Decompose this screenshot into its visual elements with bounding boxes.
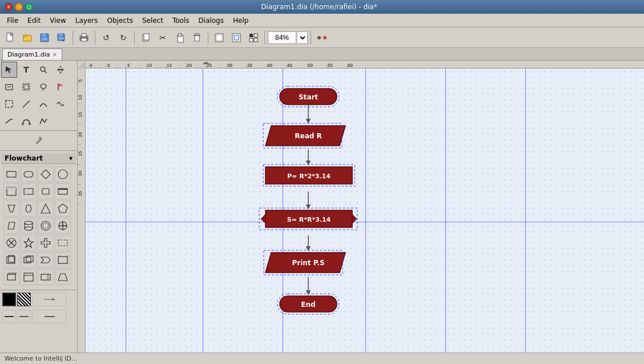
shape-pentagon[interactable] (55, 201, 71, 217)
shape-cylinder[interactable] (21, 218, 37, 234)
open-button[interactable] (19, 30, 35, 46)
shape-diamond[interactable] (38, 166, 54, 182)
shape-trapezoid-down[interactable] (3, 201, 19, 217)
svg-rect-53 (25, 189, 27, 194)
fit2-button[interactable] (228, 30, 244, 46)
menu-select[interactable]: Select (138, 15, 168, 26)
text-tool[interactable]: T (18, 62, 34, 78)
line-long[interactable] (32, 310, 66, 323)
move-tool[interactable] (53, 62, 69, 78)
select-region-tool[interactable] (1, 96, 17, 112)
svg-text:35: 35 (78, 191, 83, 196)
close-button[interactable]: × (5, 3, 13, 11)
svg-rect-51 (7, 187, 16, 190)
magnify-tool[interactable] (35, 62, 51, 78)
pointer-tool[interactable] (1, 62, 17, 78)
shape-chevron[interactable] (38, 252, 54, 268)
line-medium[interactable] (17, 310, 31, 323)
svg-marker-94 (53, 299, 55, 301)
shape-rect4[interactable] (38, 183, 54, 199)
tab-diagram1[interactable]: Diagram1.dia × (2, 49, 62, 60)
ruler-left: 5 10 15 20 25 30 35 (78, 69, 86, 353)
shape-rounded-rect[interactable] (21, 166, 37, 182)
shape-rect3[interactable] (21, 183, 37, 199)
line-pattern[interactable] (32, 293, 66, 306)
menu-view[interactable]: View (45, 15, 70, 26)
shape-plus[interactable] (38, 235, 54, 251)
crop-tool[interactable] (18, 79, 34, 95)
polyline-tool[interactable] (35, 113, 51, 129)
line-short[interactable] (2, 310, 16, 323)
shape-star[interactable] (21, 235, 37, 251)
menu-file[interactable]: File (2, 15, 23, 26)
svg-point-65 (25, 227, 33, 230)
copy-button[interactable] (138, 30, 154, 46)
print-button[interactable] (76, 30, 92, 46)
new-button[interactable] (2, 30, 18, 46)
arc-tool[interactable] (35, 96, 51, 112)
menu-dialogs[interactable]: Dialogs (194, 15, 228, 26)
shape-rect6[interactable] (55, 235, 71, 251)
minimize-button[interactable]: − (15, 3, 23, 11)
delete-button[interactable] (189, 30, 205, 46)
menu-edit[interactable]: Edit (23, 15, 45, 26)
bezier-tool[interactable] (18, 113, 34, 129)
cut-button[interactable]: ✂ (155, 30, 171, 46)
svg-rect-23 (234, 35, 239, 40)
menu-help[interactable]: Help (228, 15, 253, 26)
menu-objects[interactable]: Objects (103, 15, 138, 26)
shape-rect9[interactable] (55, 252, 71, 268)
svg-marker-92 (58, 274, 67, 281)
svg-text:0: 0 (107, 63, 110, 68)
shape-cross[interactable] (55, 218, 71, 234)
textbox-tool[interactable] (1, 79, 17, 95)
shape-circle[interactable] (55, 166, 71, 182)
snap-button[interactable] (245, 30, 261, 46)
grid-button[interactable] (314, 30, 330, 46)
tabbar: Diagram1.dia × (0, 48, 644, 61)
freehand-tool[interactable] (1, 113, 17, 129)
zoom-input[interactable]: 84% (268, 31, 296, 44)
color-pattern[interactable] (17, 293, 31, 306)
redo-button[interactable]: ↻ (115, 30, 131, 46)
tab-close-button[interactable]: × (53, 51, 57, 58)
shape-rect2[interactable] (3, 183, 19, 199)
line-tool[interactable] (18, 96, 34, 112)
shape-rect10[interactable] (3, 269, 19, 285)
menu-layers[interactable]: Layers (71, 15, 103, 26)
menu-tools[interactable]: Tools (168, 15, 194, 26)
saveas-button[interactable]: + (54, 30, 70, 46)
svg-point-49 (58, 170, 67, 179)
shape-rect[interactable] (3, 166, 19, 182)
zigzag-tool[interactable] (53, 96, 69, 112)
diagram-canvas[interactable]: Start Read R P= R*2*3.14 S= R*R*3.14 Pri… (86, 69, 644, 353)
color-black[interactable] (2, 293, 16, 306)
shape-parallelogram[interactable] (3, 218, 19, 234)
fit-button[interactable] (211, 30, 227, 46)
lasso-tool[interactable] (35, 79, 51, 95)
zoom-dropdown[interactable] (297, 31, 308, 44)
shape-rect7[interactable] (3, 252, 19, 268)
flag-tool[interactable] (53, 79, 69, 95)
shape-hexagon[interactable] (21, 201, 37, 217)
shape-xmark[interactable] (3, 235, 19, 251)
shape-circle2[interactable] (38, 218, 54, 234)
shape-rect5[interactable] (55, 183, 71, 199)
svg-rect-75 (58, 240, 67, 246)
paste-button[interactable] (172, 30, 188, 46)
shape-rect11[interactable] (21, 269, 37, 285)
shape-rect8[interactable] (21, 252, 37, 268)
svg-text:30: 30 (78, 171, 83, 176)
separator-5 (264, 31, 265, 45)
svg-rect-19 (195, 34, 199, 35)
maximize-button[interactable]: □ (25, 3, 33, 11)
shapes-header[interactable]: Flowchart ▾ (1, 153, 76, 164)
shape-rect12[interactable] (38, 269, 54, 285)
shape-triangle[interactable] (38, 201, 54, 217)
save-button[interactable] (37, 30, 53, 46)
undo-button[interactable]: ↺ (98, 30, 114, 46)
wrench-tool[interactable] (31, 133, 47, 149)
svg-marker-74 (24, 238, 33, 247)
shape-trapezoid2[interactable] (55, 269, 71, 285)
svg-marker-60 (58, 204, 67, 213)
